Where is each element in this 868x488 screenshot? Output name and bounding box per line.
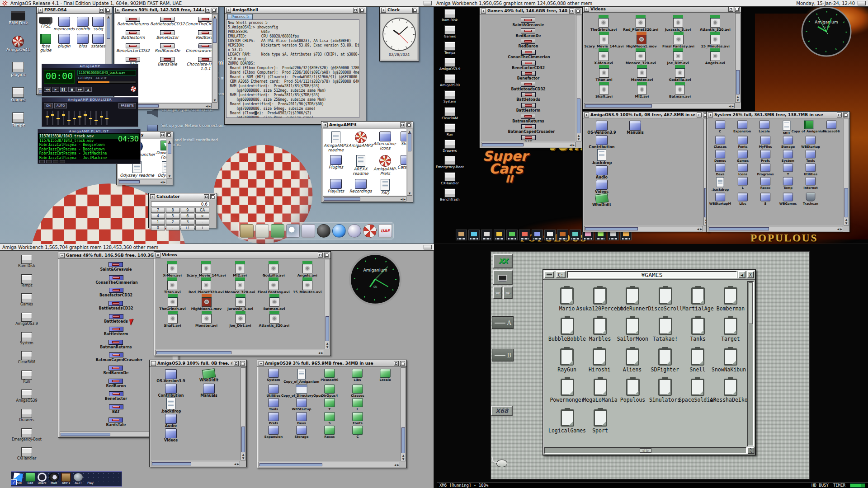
file-icon[interactable]: Manuals bbox=[618, 121, 652, 135]
game-item[interactable]: RedBaron bbox=[106, 379, 126, 389]
file-icon[interactable]: Temp bbox=[777, 176, 799, 192]
videos-titlebar[interactable]: Videos bbox=[154, 252, 330, 258]
file-icon[interactable]: Recordings bbox=[349, 179, 372, 194]
desktop-icon[interactable]: BenchTrash bbox=[436, 188, 464, 202]
game-item[interactable]: BatmanReturns bbox=[100, 340, 132, 350]
scroll-arrows[interactable]: ◁ ▷ bbox=[640, 448, 651, 453]
game-file[interactable]: DiscoScroll bbox=[649, 287, 682, 311]
game-item[interactable]: RedBaron bbox=[519, 39, 538, 49]
game-file[interactable]: MartialAge bbox=[682, 287, 714, 311]
file-icon[interactable]: OS-Version3.9 bbox=[585, 121, 618, 135]
file-icon[interactable]: .backdrop bbox=[152, 398, 190, 414]
file-icon[interactable]: Locale bbox=[371, 368, 399, 384]
dock-tool[interactable]: Unarc bbox=[38, 473, 47, 485]
calc-key[interactable]: 3 bbox=[181, 220, 195, 225]
game-file-icon[interactable]: RedBaronDe bbox=[155, 43, 180, 53]
file-icon[interactable]: Skins bbox=[401, 131, 406, 146]
video-file[interactable]: Scary_Movie_144.avi bbox=[585, 32, 623, 48]
file-icon[interactable]: Videos bbox=[152, 428, 190, 443]
desktop-icon[interactable]: AmigaOS3.9 bbox=[12, 313, 42, 326]
close-gadget[interactable] bbox=[708, 113, 713, 117]
zoom-gadget[interactable] bbox=[204, 194, 209, 199]
file-icon[interactable]: Expansion bbox=[731, 120, 753, 135]
os39-titlebar[interactable]: AmigaOS3.9 100% full, 0B free, 467.8MB i… bbox=[583, 112, 709, 118]
file-icon[interactable]: Devs bbox=[288, 412, 316, 426]
file-icon[interactable]: Demos bbox=[709, 149, 731, 163]
game-file[interactable]: AResshaDeIkou bbox=[714, 379, 747, 403]
close-gadget[interactable] bbox=[259, 361, 264, 366]
swap-left-icon[interactable]: ⇦ bbox=[493, 286, 502, 299]
calc-key[interactable]: 7 bbox=[151, 208, 165, 213]
file-icon[interactable]: Programs bbox=[754, 163, 777, 176]
file-icon[interactable]: Locale bbox=[753, 120, 775, 135]
system-titlebar[interactable]: System 26% full, 361.3MB free, 138.7MB i… bbox=[707, 112, 849, 118]
uae-dock-icon[interactable]: UAE bbox=[378, 224, 392, 238]
dock-icon[interactable] bbox=[240, 224, 254, 238]
calc-key[interactable]: +/- bbox=[181, 225, 195, 230]
file-icon[interactable]: Audio bbox=[152, 414, 190, 428]
file-icon[interactable]: AmigaAMP3 bbox=[349, 131, 373, 148]
video-file[interactable]: TheGrinch.avi bbox=[585, 15, 622, 32]
games-titlebar[interactable]: Games 50% full, 142.3GB free, 144.4GB in… bbox=[114, 7, 218, 14]
file-icon[interactable]: S bbox=[754, 192, 777, 206]
shell-titlebar[interactable]: AmigaShell bbox=[225, 7, 366, 14]
playlist-titlebar[interactable]: AmigaAMP PLAYLIST bbox=[38, 129, 140, 133]
game-file[interactable]: Aliens bbox=[616, 348, 648, 372]
game-item[interactable]: Saint&Greavsie bbox=[513, 18, 544, 28]
game-item[interactable]: Battletoads bbox=[104, 314, 128, 324]
desktop-icon[interactable]: Drawers bbox=[12, 409, 42, 422]
file-icon[interactable]: subq bbox=[92, 17, 104, 32]
video-file[interactable]: Godzilla.avi bbox=[257, 261, 291, 277]
floppy-drive-b[interactable]: B bbox=[492, 349, 514, 361]
dock-icon[interactable] bbox=[286, 224, 300, 238]
video-file[interactable]: Final Fantasy.avi bbox=[257, 277, 291, 294]
desktop-icon[interactable]: ClearRAM bbox=[436, 107, 464, 120]
file-icon[interactable]: Classes bbox=[709, 135, 731, 149]
close-gadget[interactable] bbox=[226, 8, 231, 13]
close-gadget[interactable] bbox=[584, 113, 589, 117]
horizontal-scrollbar[interactable]: ◀▶ bbox=[584, 226, 703, 231]
calc-key[interactable]: 1 bbox=[151, 220, 165, 225]
desktop-icon[interactable]: System bbox=[436, 90, 464, 103]
desktop-icon[interactable]: Emergency-Boot bbox=[12, 428, 42, 442]
file-icon[interactable]: L bbox=[344, 398, 372, 412]
file-icon[interactable]: Storage bbox=[288, 425, 316, 439]
checkmark-icon[interactable]: ✓ bbox=[11, 479, 17, 485]
video-file[interactable]: Godzilla.avi bbox=[661, 65, 699, 82]
file-icon[interactable]: DirOpus4 bbox=[316, 384, 344, 398]
close-gadget[interactable] bbox=[115, 8, 120, 13]
next-button[interactable]: ▶▶ bbox=[76, 87, 84, 92]
close-gadget[interactable] bbox=[156, 253, 160, 258]
desktop-icon[interactable]: Tempz bbox=[6, 113, 30, 128]
file-icon[interactable]: Trashcan bbox=[799, 192, 822, 206]
game-file-icon[interactable]: RedBaron bbox=[196, 30, 212, 40]
file-icon[interactable]: Alternative-Icons bbox=[373, 131, 397, 150]
horizontal-scrollbar[interactable]: ◀▶ bbox=[151, 461, 240, 466]
calc-key[interactable]: 8 bbox=[166, 208, 180, 213]
file-icon[interactable]: memcards bbox=[53, 17, 75, 32]
game-file[interactable]: Marbles bbox=[584, 318, 616, 342]
dock-icon[interactable] bbox=[271, 224, 284, 238]
file-icon[interactable]: Prefs bbox=[754, 149, 777, 163]
prev-button[interactable]: ◀◀ bbox=[44, 87, 51, 92]
vertical-scrollbar[interactable]: ▲▼ bbox=[167, 139, 172, 178]
video-file[interactable]: Monster.avi bbox=[623, 65, 661, 82]
file-icon[interactable]: fpse guide bbox=[39, 34, 52, 53]
file-icon[interactable]: sstates bbox=[91, 34, 105, 49]
game-file[interactable]: Snell bbox=[681, 348, 714, 372]
zoom-gadget[interactable] bbox=[837, 113, 842, 117]
screen-depth-gadget[interactable] bbox=[858, 1, 866, 5]
drive-button[interactable]: C: bbox=[556, 271, 566, 278]
depth-gadget[interactable] bbox=[212, 8, 217, 13]
video-file[interactable]: Titan.avi bbox=[585, 65, 623, 82]
game-file[interactable]: SnowNaKibun! bbox=[714, 348, 747, 372]
game-item[interactable]: RedBaronDe bbox=[103, 366, 128, 375]
video-file[interactable]: Joe_Dirt.avi bbox=[223, 311, 257, 328]
dock-icon[interactable] bbox=[570, 230, 581, 240]
file-icon[interactable]: FPSE bbox=[39, 17, 52, 29]
video-file[interactable]: Shaft.avi bbox=[156, 311, 189, 328]
horizontal-scrollbar[interactable]: ◀▶ bbox=[156, 350, 324, 355]
eject-button[interactable]: ▲ bbox=[85, 87, 92, 92]
game-item[interactable]: BatmanCapedCrusader bbox=[96, 352, 137, 362]
dock-icon[interactable] bbox=[544, 230, 556, 240]
